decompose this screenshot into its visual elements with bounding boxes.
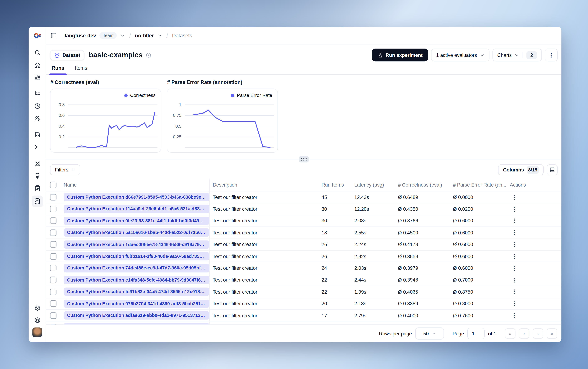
run-name-link[interactable]: Custom Python Execution 5a15a616-1bab-44…: [64, 228, 209, 237]
langfuse-logo-icon[interactable]: [33, 31, 42, 40]
row-checkbox[interactable]: [50, 206, 57, 212]
run-name-link[interactable]: Custom Python Execution 114aa9ef-29e6-4e…: [64, 205, 209, 213]
row-actions-menu[interactable]: ⋮: [508, 299, 521, 308]
row-actions-menu[interactable]: ⋮: [508, 205, 521, 213]
org-name[interactable]: langfuse-dev: [65, 33, 96, 38]
dataset-entity-pill: Dataset: [50, 50, 84, 60]
columns-count-badge: 8/15: [527, 166, 539, 174]
active-evaluators-button[interactable]: 1 active evaluators: [431, 49, 490, 62]
tab-runs[interactable]: Runs: [51, 63, 65, 74]
table-row[interactable]: Custom Python Execution 114aa9ef-29e6-4e…: [46, 203, 561, 215]
table-row[interactable]: Custom Python Execution adfae619-abb0-4d…: [46, 310, 561, 322]
project-name[interactable]: no-filter: [135, 33, 154, 38]
table-row[interactable]: Custom Python Execution fe91b83e-04a5-47…: [46, 286, 561, 298]
chevron-down-icon[interactable]: [120, 33, 125, 38]
datasets-icon[interactable]: [32, 196, 43, 207]
row-checkbox[interactable]: [50, 312, 57, 319]
dashboard-icon[interactable]: [32, 72, 42, 82]
row-actions-menu[interactable]: ⋮: [508, 193, 521, 201]
row-checkbox[interactable]: [50, 218, 57, 224]
correctness-line-chart: 0.20.40.60.8: [50, 89, 161, 152]
row-actions-menu[interactable]: ⋮: [508, 264, 521, 272]
table-row[interactable]: Custom Python Execution 371f531c-abff-4d…: [46, 322, 561, 324]
run-name-link[interactable]: Custom Python Execution fe91b83e-04a5-47…: [64, 288, 209, 296]
playground-icon[interactable]: [32, 142, 42, 152]
row-checkbox[interactable]: [50, 253, 57, 260]
run-name-link[interactable]: Custom Python Execution e14fa348-5cfc-49…: [64, 276, 209, 284]
table-row[interactable]: Custom Python Execution f6bb1614-1f90-40…: [46, 251, 561, 262]
page-actions-menu[interactable]: ⋮: [545, 49, 558, 62]
row-actions-menu[interactable]: ⋮: [508, 323, 521, 324]
run-name-link[interactable]: Custom Python Execution 076b2704-341d-48…: [64, 299, 209, 308]
charts-toggle-button[interactable]: Charts 2: [492, 49, 542, 62]
support-icon[interactable]: [32, 315, 42, 325]
settings-icon[interactable]: [32, 303, 42, 312]
table-row[interactable]: Custom Python Execution 076b2704-341d-48…: [46, 298, 561, 310]
row-checkbox[interactable]: [50, 241, 57, 248]
tracing-icon[interactable]: [32, 89, 42, 98]
tab-items[interactable]: Items: [74, 63, 88, 74]
run-name-link[interactable]: Custom Python Execution 74de488e-ec9d-47…: [64, 264, 209, 272]
row-actions-menu[interactable]: ⋮: [508, 228, 521, 237]
run-name-link[interactable]: Custom Python Execution d66e7991-8595-45…: [64, 193, 209, 201]
row-actions-menu[interactable]: ⋮: [508, 311, 521, 320]
row-height-button[interactable]: [547, 164, 558, 175]
row-checkbox[interactable]: [50, 194, 57, 200]
svg-text:1: 1: [179, 102, 181, 107]
next-page-button[interactable]: ›: [533, 328, 543, 339]
row-checkbox[interactable]: [50, 300, 57, 307]
scores-icon[interactable]: [32, 158, 42, 168]
parse-error-value: Ø 0.6000: [450, 227, 507, 238]
run-name-link[interactable]: Custom Python Execution f6bb1614-1f90-40…: [64, 252, 209, 260]
last-page-button[interactable]: »: [547, 328, 557, 339]
correctness-value: Ø 0.4065: [395, 286, 450, 297]
sessions-icon[interactable]: [32, 101, 42, 111]
user-avatar[interactable]: [32, 328, 42, 337]
breadcrumb-section[interactable]: Datasets: [172, 33, 192, 38]
table-row[interactable]: Custom Python Execution 1daec0f9-5e78-43…: [46, 239, 561, 251]
resize-drag-handle[interactable]: [299, 156, 309, 163]
prompts-icon[interactable]: [32, 130, 42, 139]
row-actions-menu[interactable]: ⋮: [508, 217, 521, 225]
table-row[interactable]: Custom Python Execution 74de488e-ec9d-47…: [46, 262, 561, 274]
insights-icon[interactable]: [32, 171, 42, 180]
search-icon[interactable]: [32, 47, 42, 57]
select-all-checkbox[interactable]: [50, 182, 57, 188]
correctness-value: Ø 0.3389: [395, 298, 450, 309]
home-icon[interactable]: [32, 60, 42, 70]
row-actions-menu[interactable]: ⋮: [508, 288, 521, 296]
page-number-input[interactable]: [467, 328, 485, 339]
table-row[interactable]: Custom Python Execution e14fa348-5cfc-49…: [46, 274, 561, 286]
row-actions-menu[interactable]: ⋮: [508, 240, 521, 249]
run-name-link[interactable]: Custom Python Execution 9fe23f98-881e-44…: [64, 217, 209, 225]
sidebar-toggle-icon[interactable]: [50, 32, 57, 39]
row-height-icon: [549, 167, 555, 173]
table-row[interactable]: Custom Python Execution d66e7991-8595-45…: [46, 191, 561, 203]
run-name-link[interactable]: Custom Python Execution 1daec0f9-5e78-43…: [64, 240, 209, 249]
svg-text:0.25: 0.25: [173, 134, 181, 139]
prev-page-button[interactable]: ‹: [519, 328, 529, 339]
parse-error-value: Ø 0.0000: [450, 191, 507, 203]
row-actions-menu[interactable]: ⋮: [508, 276, 521, 284]
run-experiment-button[interactable]: Run experiment: [372, 49, 428, 62]
row-actions-menu[interactable]: ⋮: [508, 252, 521, 260]
chevron-down-icon[interactable]: [157, 33, 162, 38]
run-name-link[interactable]: Custom Python Execution 371f531c-abff-4d…: [64, 323, 209, 325]
annotation-icon[interactable]: [32, 183, 42, 193]
row-checkbox[interactable]: [50, 277, 57, 283]
run-name-link[interactable]: Custom Python Execution adfae619-abb0-4d…: [64, 311, 209, 319]
row-checkbox[interactable]: [50, 289, 57, 295]
row-checkbox[interactable]: [50, 265, 57, 271]
table-row[interactable]: Custom Python Execution 5a15a616-1bab-44…: [46, 227, 561, 239]
info-icon[interactable]: [146, 52, 151, 58]
users-icon[interactable]: [32, 113, 42, 123]
latency-value: 2.03s: [351, 262, 395, 274]
filters-button[interactable]: Filters: [50, 164, 80, 175]
table-row[interactable]: Custom Python Execution 9fe23f98-881e-44…: [46, 215, 561, 227]
columns-button[interactable]: Columns 8/15: [498, 164, 544, 175]
rows-per-page-select[interactable]: 50: [415, 328, 444, 340]
correctness-value: Ø 0.3858: [395, 251, 450, 262]
row-checkbox[interactable]: [50, 229, 57, 236]
first-page-button[interactable]: «: [505, 328, 515, 339]
column-header-actions: Actions: [507, 179, 561, 191]
